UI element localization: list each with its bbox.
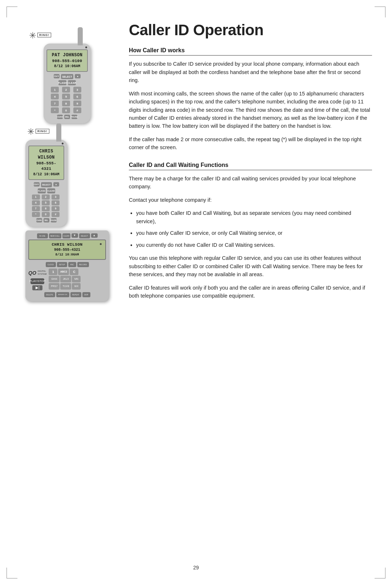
handset-antenna-2 [56,123,61,142]
handset-screen-1: PAT JOHNSON 908-555-0100 8/12 10:06AM [46,49,88,72]
handset1-number: 908-555-0100 [50,58,84,64]
h2-key-9[interactable]: 9 [52,206,60,211]
base-btn-setup[interactable]: SETUP [57,262,67,267]
base-key-8[interactable]: TUV8 [60,283,71,290]
bullet-item-1: you have both Caller ID and Call Waiting… [129,209,372,225]
handset-2-with-base: ✳ RING! CHRIS WILSON 908-555-4321 8/12 1… [25,140,109,301]
corner-mark-tl [7,7,17,17]
page-number: 29 [0,565,392,570]
paragraph-1-3: If the caller has made 2 or more consecu… [129,135,372,152]
bullet-list: you have both Caller ID and Call Waiting… [129,209,372,249]
base-btn-answeron[interactable]: ANSWER ON [56,292,69,297]
base-btn-up[interactable]: ▲ [91,233,98,238]
h2-key-3[interactable]: 3 [52,195,60,200]
h2-btn-pause[interactable]: PAUSE [51,218,57,222]
h2-btn-vol[interactable]: ▲ [53,182,59,187]
h2-key-star[interactable]: * [32,212,40,217]
h2-btn-clear[interactable]: CLEAR [47,188,55,193]
handset1-name: PAT JOHNSON [50,52,84,58]
paragraph-2-1: There may be a charge for the caller ID … [129,175,372,191]
handset-btn-delete[interactable]: DEL [64,115,70,119]
h2-btn-select[interactable]: SELECT [41,182,52,187]
page-title: Caller ID Operation [129,22,372,38]
h2-btn-ch[interactable]: CH▼ [34,182,40,187]
base-key-7[interactable]: PRS7 [49,283,60,290]
h2-key-8[interactable]: 8 [42,206,50,211]
base-btn-clear[interactable]: CLEAR [62,233,70,238]
handset-key-1[interactable]: 1 [51,87,59,93]
base-screen-datetime: 8/12 10:06AM [32,253,102,257]
handset-screen-2: CHRIS WILSON 908-555-4321 8/12 10:06AM [28,146,64,180]
base-btn-inuse[interactable]: IN USE [37,233,48,238]
handset-key-5[interactable]: 5 [62,94,70,99]
h2-btn-flash[interactable]: FLASH [38,188,46,193]
base-screen-name: CHRIS WILSON [32,242,102,248]
brand-logo: QO DIGITALSYSTEM [28,270,46,276]
brand-system-text: DIGITALSYSTEM [38,270,47,275]
handset1-datetime: 8/12 10:06AM [50,64,84,69]
base-btn-record[interactable]: RECORD [77,262,89,267]
base-key-wx[interactable]: WX [72,283,81,290]
h2-btn-chan[interactable]: CHAN [36,218,42,222]
base-unit: IN USE NEW CALL CLEAR ▼ SELECT ▲ CHRIS W… [25,230,109,301]
base-key-4[interactable]: GHI4 [49,276,60,282]
base-btn-playstop[interactable]: PLAY/STOP [30,278,44,284]
handset-btn-pause[interactable]: PAUSE [72,115,77,119]
h2-key-1[interactable]: 1 [32,195,40,200]
handset-key-9[interactable]: 9 [73,101,81,106]
bullet-item-3: you currently do not have Caller ID or C… [129,241,372,249]
base-btn-newcall[interactable]: NEW CALL [49,233,61,238]
paragraph-2-3: You can use this telephone with regular … [129,254,372,278]
base-key-m[interactable]: MN [72,276,81,282]
h2-key-7[interactable]: 7 [32,206,40,211]
handset-antenna-1 [78,27,83,45]
base-btn-anc[interactable]: ANC [68,262,76,267]
handset-key-hash[interactable]: # [73,107,81,113]
handset-key-4[interactable]: 4 [51,94,59,99]
brand-oo: QO [28,270,36,276]
h2-key-6[interactable]: 6 [52,200,60,205]
h2-key-0[interactable]: 0 [42,212,50,217]
base-btn-down[interactable]: ▼ [72,233,78,238]
right-column: Caller ID Operation How Caller ID works … [129,18,372,310]
handset-key-7[interactable]: 7 [51,101,59,106]
base-btn-select[interactable]: SELECT [79,233,90,238]
h2-key-2[interactable]: 2 [42,195,50,200]
base-btn-clock[interactable]: CLOCK [46,262,56,267]
h2-key-4[interactable]: 4 [32,200,40,205]
ring-label-1: RING! [37,33,51,37]
base-key-1[interactable]: 1 [49,269,57,275]
handset2-number: 908-555-4321 [32,161,61,172]
handset-key-2[interactable]: 2 [62,87,70,93]
handset-key-star[interactable]: * [51,107,59,113]
handset-key-0[interactable]: 0 [62,107,70,113]
handset-body-2: CHRIS WILSON 908-555-4321 8/12 10:06AM C… [25,140,67,226]
base-key-2[interactable]: ABC2 [58,269,69,275]
section-heading-2: Caller ID and Call Waiting Functions [129,162,372,170]
handset2-datetime: 8/12 10:06AM [32,172,61,177]
page-layout: ✳ RING! PAT JOHNSON 908-555-0100 8/12 10… [0,0,392,332]
corner-mark-tr [375,7,385,17]
h2-btn-del[interactable]: DEL [44,218,49,222]
section-how-caller-id: How Caller ID works If you subscribe to … [129,47,372,152]
base-key-c[interactable]: C [70,269,78,275]
h2-key-hash[interactable]: # [52,212,60,217]
handset-key-6[interactable]: 6 [73,94,81,99]
base-btn-playforward[interactable]: ▶| [32,285,42,290]
handset-key-3[interactable]: 3 [73,87,81,93]
base-btn-skip[interactable]: SKIP [82,292,90,297]
paragraph-2-4: Caller ID features will work only if bot… [129,284,372,300]
handset-btn-chan[interactable]: CHAN [57,115,63,119]
handset-key-8[interactable]: 8 [62,101,70,106]
handset-1: ✳ RING! PAT JOHNSON 908-555-0100 8/12 10… [27,44,107,123]
handset-btn-select[interactable]: SELECT [61,74,73,79]
handset-btn-flash[interactable]: FLASH [58,80,66,85]
handset-btn-ch-down[interactable]: CH▼ [54,74,60,78]
base-key-5[interactable]: JKL5 [60,276,71,282]
h2-key-5[interactable]: 5 [42,200,50,205]
base-btn-repeat[interactable]: REPEAT [70,292,81,297]
base-btn-delete[interactable]: DELETE [44,292,55,297]
base-screen: CHRIS WILSON 908-555-4321 8/12 10:06AM [28,240,106,260]
handset-btn-clear[interactable]: CLEAR [68,80,76,85]
handset-btn-vol-up[interactable]: ▲ [75,74,81,78]
